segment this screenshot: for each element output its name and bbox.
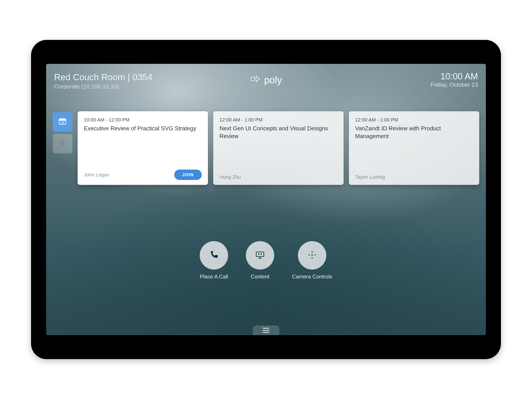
clock-time: 10:00 AM (431, 71, 478, 81)
room-subtitle: Corporate (10.100.10.10) (54, 83, 152, 90)
svg-point-0 (251, 77, 255, 81)
brand-text: poly (264, 75, 282, 86)
svg-rect-5 (64, 118, 64, 120)
meeting-time: 12:00 AM - 1:00 PM (355, 117, 473, 123)
sidebar-tabs: 10 (53, 111, 72, 185)
meeting-card[interactable]: 10:00 AM - 12:00 PM Executive Review of … (78, 111, 208, 185)
meeting-organizer: John Logan (84, 172, 109, 178)
meeting-organizer: Taylor Ludwig (355, 174, 385, 180)
clock: 10:00 AM Friday, October 13 (431, 71, 478, 88)
meeting-card[interactable]: 12:00 AM - 1:00 PM VanZandt ID Review wi… (349, 111, 479, 185)
meeting-time: 12:00 AM - 1:00 PM (219, 117, 337, 123)
svg-rect-7 (256, 252, 264, 257)
svg-text:10: 10 (61, 121, 64, 124)
tab-favorites[interactable] (53, 134, 72, 153)
camera-control-icon (307, 250, 317, 261)
svg-rect-4 (61, 118, 61, 120)
clock-date: Friday, October 13 (431, 81, 478, 88)
screen-share-icon (255, 250, 265, 261)
tablet-frame: Red Couch Room | 0354 Corporate (10.100.… (31, 40, 501, 359)
tab-calendar[interactable]: 10 (53, 112, 72, 132)
action-place-call[interactable]: Place A Call (200, 241, 228, 280)
screen: Red Couch Room | 0354 Corporate (10.100.… (46, 64, 486, 335)
join-button[interactable]: JOIN (174, 170, 202, 180)
menu-icon (263, 328, 269, 333)
action-label: Camera Controls (292, 273, 332, 280)
phone-icon (209, 250, 219, 261)
poly-logo-icon (250, 74, 261, 86)
tablet-bezel: Red Couch Room | 0354 Corporate (10.100.… (33, 42, 499, 357)
meeting-time: 10:00 AM - 12:00 PM (84, 117, 202, 123)
meeting-title: VanZandt ID Review with Product Manageme… (355, 125, 473, 140)
meeting-cards: 10:00 AM - 12:00 PM Executive Review of … (78, 111, 479, 185)
svg-point-8 (311, 254, 313, 256)
svg-rect-3 (59, 119, 66, 120)
meeting-organizer: Hung Zhu (219, 174, 241, 180)
action-label: Place A Call (200, 273, 228, 280)
action-camera-controls[interactable]: Camera Controls (292, 241, 332, 280)
menu-handle[interactable] (253, 325, 279, 335)
room-name: Red Couch Room | 0354 (54, 71, 152, 83)
header: Red Couch Room | 0354 Corporate (10.100.… (54, 71, 478, 90)
meeting-title: Executive Review of Practical SVG Strate… (84, 125, 202, 132)
meeting-card[interactable]: 12:00 AM - 1:00 PM Next Gen UI Concepts … (213, 111, 344, 185)
calendar-icon: 10 (58, 117, 67, 127)
meetings-row: 10 10:00 AM - 12:00 PM Executive Review … (53, 111, 479, 185)
action-content[interactable]: Content (246, 241, 274, 280)
meeting-title: Next Gen UI Concepts and Visual Designs … (219, 125, 337, 140)
star-icon (58, 139, 67, 149)
actions: Place A Call (46, 241, 486, 280)
room-info: Red Couch Room | 0354 Corporate (10.100.… (54, 71, 152, 90)
action-label: Content (251, 273, 269, 280)
